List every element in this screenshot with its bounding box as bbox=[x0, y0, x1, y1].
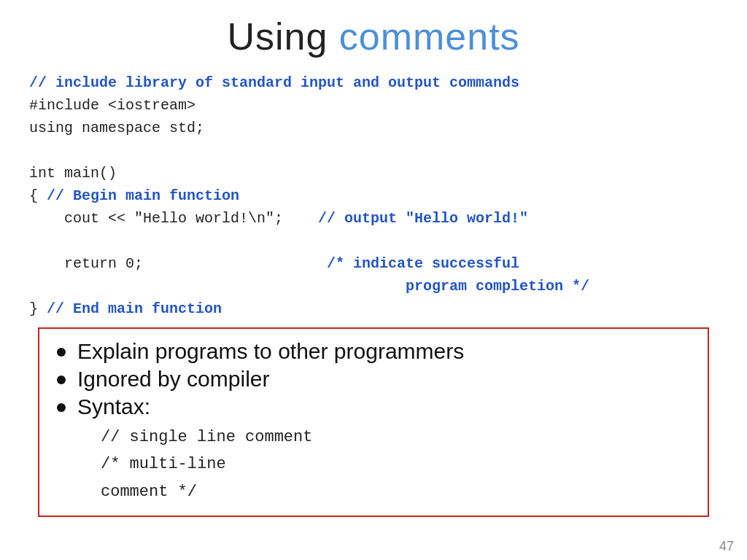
code-end-comment: // End main function bbox=[47, 300, 222, 317]
code-return-text: return 0; bbox=[29, 255, 143, 272]
comments-info-box: Explain programs to other programmers Ig… bbox=[38, 327, 709, 517]
page-number: 47 bbox=[719, 539, 734, 554]
syntax-line-2: /* multi-line bbox=[101, 451, 690, 478]
code-brace-close: } bbox=[29, 300, 47, 317]
code-return-comment2: program completion */ bbox=[29, 278, 589, 295]
code-namespace: using namespace std; bbox=[29, 117, 718, 139]
bullet-dot-2 bbox=[57, 376, 66, 384]
code-brace-open-line: { // Begin main function bbox=[29, 184, 718, 207]
bullet-item-2: Ignored by compiler bbox=[57, 367, 690, 392]
syntax-code-block: // single line comment /* multi-line com… bbox=[57, 424, 690, 505]
code-brace-close-line: } // End main function bbox=[29, 298, 718, 320]
bullet-text-1: Explain programs to other programmers bbox=[77, 339, 464, 364]
code-blank1 bbox=[29, 139, 718, 162]
syntax-line-1: // single line comment bbox=[101, 424, 690, 451]
code-cout-comment: // output "Hello world!" bbox=[318, 210, 528, 227]
title-accent: comments bbox=[339, 15, 520, 58]
title-prefix: Using bbox=[227, 15, 338, 58]
code-brace-open: { bbox=[29, 187, 47, 204]
bullet-list: Explain programs to other programmers Ig… bbox=[57, 339, 690, 419]
bullet-dot-3 bbox=[57, 403, 66, 412]
bullet-text-3: Syntax: bbox=[77, 394, 150, 419]
code-return-comment1: /* indicate successful bbox=[327, 255, 519, 272]
code-return-line: return 0; /* indicate successful bbox=[29, 252, 718, 275]
bullet-dot-1 bbox=[57, 348, 66, 357]
code-include: #include <iostream> bbox=[29, 94, 718, 117]
syntax-line-3: comment */ bbox=[101, 478, 690, 505]
code-comment-include: // include library of standard input and… bbox=[29, 71, 718, 94]
slide-container: Using comments // include library of sta… bbox=[0, 0, 747, 532]
bullet-item-1: Explain programs to other programmers bbox=[57, 339, 690, 364]
code-return-comment2-line: program completion */ bbox=[29, 275, 718, 298]
code-blank2 bbox=[29, 230, 718, 252]
slide-title: Using comments bbox=[29, 15, 718, 58]
code-main-decl: int main() bbox=[29, 162, 718, 184]
code-block: // include library of standard input and… bbox=[29, 71, 718, 320]
code-begin-comment: // Begin main function bbox=[47, 187, 239, 204]
code-cout-text: cout << "Hello world!\n"; bbox=[29, 210, 283, 227]
bullet-text-2: Ignored by compiler bbox=[77, 367, 269, 392]
code-cout-line: cout << "Hello world!\n"; // output "Hel… bbox=[29, 207, 718, 230]
bullet-item-3: Syntax: bbox=[57, 394, 690, 419]
